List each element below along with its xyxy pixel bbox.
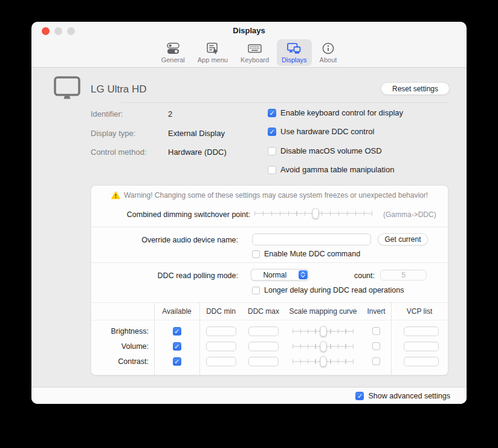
mute-ddc-checkbox[interactable]	[252, 250, 260, 258]
info-icon	[322, 41, 335, 56]
advanced-settings-card: Warning! Changing some of these settings…	[91, 185, 448, 375]
keyboard-control-checkbox[interactable]	[268, 109, 276, 117]
close-button[interactable]	[42, 27, 50, 35]
volume-invert-checkbox[interactable]	[372, 342, 380, 350]
volume-label: Volume:	[91, 339, 154, 354]
contrast-ddc-min-field[interactable]	[206, 357, 236, 366]
col-scale-mapping-curve: Scale mapping curve	[285, 302, 361, 320]
displays-settings-window: Displays General	[31, 22, 467, 404]
table-row-brightness: Brightness:	[91, 323, 448, 339]
col-available: Available	[154, 302, 199, 320]
volume-ddc-max-field[interactable]	[248, 342, 279, 351]
tab-keyboard[interactable]: Keyboard	[236, 39, 274, 66]
col-vcp-list: VCP list	[391, 302, 448, 320]
displays-icon	[286, 41, 302, 56]
mute-option-row: Enable Mute DDC command	[252, 250, 360, 258]
disable-osd-checkbox[interactable]	[268, 147, 276, 155]
info-row-control-method: Control method: Hardware (DDC)	[91, 148, 227, 157]
count-label: count:	[320, 271, 375, 280]
longer-delay-label: Longer delay during DDC read operations	[264, 286, 404, 294]
display-name-divider	[121, 102, 448, 103]
window-title: Displays	[31, 22, 467, 40]
section-divider	[91, 262, 448, 263]
reset-settings-button[interactable]: Reset settings	[381, 82, 450, 95]
col-invert: Invert	[361, 302, 391, 320]
col-ddc-min: DDC min	[199, 302, 242, 320]
brightness-invert-checkbox[interactable]	[372, 327, 380, 335]
polling-mode-value: Normal	[251, 271, 299, 279]
keyboard-control-label: Enable keyboard control for display	[280, 108, 403, 117]
display-type-value: External Display	[168, 129, 225, 138]
longer-delay-checkbox[interactable]	[252, 287, 260, 294]
tab-about-label: About	[320, 56, 337, 63]
monitor-icon	[53, 76, 81, 103]
info-row-display-type: Display type: External Display	[91, 129, 225, 138]
audio-override-label: Override audio device name:	[91, 236, 238, 244]
volume-ddc-min-field[interactable]	[206, 342, 236, 351]
control-method-label: Control method:	[91, 148, 168, 157]
brightness-label: Brightness:	[91, 323, 154, 339]
option-avoid-gamma: Avoid gamma table manipulation	[268, 165, 394, 174]
contrast-curve-slider[interactable]	[293, 356, 354, 367]
volume-vcp-field[interactable]	[404, 342, 439, 351]
tab-app-menu[interactable]: App menu	[193, 39, 233, 66]
count-field[interactable]: 5	[380, 270, 427, 281]
brightness-curve-slider[interactable]	[293, 326, 354, 337]
avoid-gamma-checkbox[interactable]	[268, 166, 276, 174]
ddc-polling-label: DDC read polling mode:	[91, 271, 238, 280]
display-name: LG Ultra HD	[91, 83, 147, 96]
volume-available-checkbox[interactable]	[173, 342, 181, 351]
disable-osd-label: Disable macOS volume OSD	[280, 146, 382, 155]
brightness-vcp-field[interactable]	[404, 326, 439, 336]
avoid-gamma-label: Avoid gamma table manipulation	[280, 165, 394, 174]
section-divider	[91, 227, 448, 227]
contrast-available-checkbox[interactable]	[173, 357, 181, 366]
controls-table: Available DDC min DDC max Scale mapping …	[91, 302, 448, 375]
mute-ddc-label: Enable Mute DDC command	[264, 250, 360, 258]
option-disable-osd: Disable macOS volume OSD	[268, 146, 382, 155]
warning-row: Warning! Changing some of these settings…	[91, 191, 448, 200]
table-header-row: Available DDC min DDC max Scale mapping …	[91, 302, 448, 320]
gamma-ddc-suffix: (Gamma->DDC)	[383, 210, 436, 219]
dropdown-stepper-icon	[299, 270, 308, 279]
info-row-identifier: Identifier: 2	[91, 109, 172, 118]
brightness-available-checkbox[interactable]	[173, 327, 181, 336]
volume-curve-slider[interactable]	[293, 341, 354, 352]
keyboard-icon	[247, 41, 262, 56]
display-type-label: Display type:	[91, 129, 168, 138]
show-advanced-label: Show advanced settings	[368, 392, 450, 400]
tab-displays-label: Displays	[282, 56, 307, 63]
contrast-ddc-max-field[interactable]	[248, 357, 279, 366]
contrast-label: Contrast:	[91, 354, 154, 369]
contrast-vcp-field[interactable]	[404, 357, 439, 366]
identifier-value: 2	[168, 109, 172, 118]
footer-bar: Show advanced settings	[31, 387, 467, 404]
tab-app-menu-label: App menu	[198, 56, 228, 63]
combined-dimming-slider[interactable]	[254, 208, 372, 219]
menu-cursor-icon	[205, 41, 219, 56]
hardware-ddc-checkbox[interactable]	[268, 128, 276, 136]
toolbar: General App menu	[31, 39, 467, 67]
control-method-value: Hardware (DDC)	[168, 148, 227, 157]
identifier-label: Identifier:	[91, 109, 168, 118]
content-area: LG Ultra HD Reset settings Identifier: 2…	[31, 68, 467, 387]
table-header-divider	[91, 320, 448, 320]
table-row-contrast: Contrast:	[91, 354, 448, 369]
tab-general[interactable]: General	[157, 39, 190, 66]
polling-mode-dropdown[interactable]: Normal	[251, 269, 309, 281]
zoom-button[interactable]	[67, 27, 75, 35]
option-keyboard-control: Enable keyboard control for display	[268, 108, 403, 117]
tab-displays[interactable]: Displays	[277, 39, 312, 66]
minimize-button[interactable]	[54, 27, 62, 35]
combined-dimming-label: Combined dimming switchover point:	[91, 210, 250, 219]
titlebar: Displays	[31, 22, 467, 39]
brightness-ddc-max-field[interactable]	[248, 326, 279, 336]
show-advanced-checkbox[interactable]	[355, 392, 364, 400]
table-row-volume: Volume:	[91, 339, 448, 354]
slider-thumb[interactable]	[312, 208, 319, 219]
tab-about[interactable]: About	[315, 39, 342, 66]
brightness-ddc-min-field[interactable]	[206, 326, 236, 336]
get-current-button[interactable]: Get current	[378, 233, 428, 245]
contrast-invert-checkbox[interactable]	[372, 357, 380, 365]
audio-name-input[interactable]	[252, 233, 371, 245]
